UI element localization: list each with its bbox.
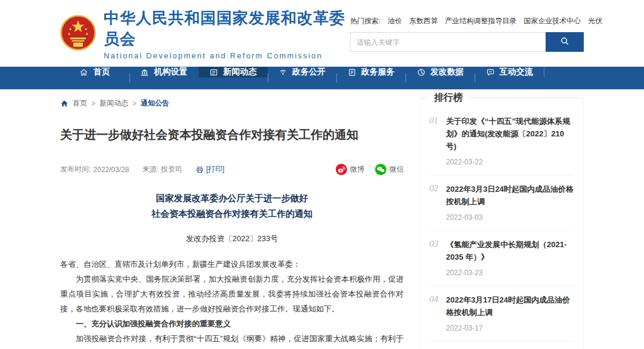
chart-icon: [417, 68, 426, 77]
nav-item-label: 发改数据: [431, 67, 464, 77]
breadcrumb-separator: >: [132, 99, 137, 108]
home-icon: [60, 99, 69, 108]
home-icon: [79, 68, 88, 77]
ranking-title: 排行榜: [434, 92, 463, 104]
weibo-icon: [336, 164, 347, 175]
hot-search-label: 热门搜索:: [350, 16, 380, 26]
ranking-item: 01 关于印发《“十四五”现代能源体系规划》的通知(发改能源〔2022〕210号…: [429, 107, 574, 175]
hot-search-keyword[interactable]: 产业结构调整指导目录: [445, 16, 516, 26]
nav-item[interactable]: 新闻动态: [199, 67, 268, 77]
hot-search-bar: 热门搜索: 油价东数西算产业结构调整指导目录国家企业技术中心光伏: [350, 16, 584, 26]
ranking-number: 02: [429, 183, 438, 222]
print-button[interactable]: [打印]: [196, 164, 225, 174]
nav-item[interactable]: 政务服务: [336, 67, 405, 77]
hot-search-keyword[interactable]: 国家企业技术中心: [524, 16, 581, 26]
wechat-label: 微信: [389, 164, 404, 174]
nav-item[interactable]: 首页: [60, 67, 129, 77]
article-paragraph: 一、充分认识加强投融资合作对接的重要意义: [60, 316, 404, 331]
share-weibo[interactable]: 微博: [336, 164, 364, 175]
hot-search-keyword[interactable]: 东数西算: [409, 16, 438, 26]
site-header: 中华人民共和国国家发展和改革委员会 National Development a…: [60, 0, 584, 67]
site-title-en: National Development and Reform Commissi…: [104, 51, 350, 60]
news-icon: [209, 68, 218, 77]
ranking-item: 05 重磅！国家发展改革委负责同志回应经济社会热点问题 2022-03-07: [429, 341, 574, 349]
printer-icon: [196, 166, 204, 174]
ranking-item-title[interactable]: 《氢能产业发展中长期规划（2021-2035 年）》: [446, 238, 574, 263]
article-meta: 发布时间: 2022/03/28 来源: 投资司 [打印] 微博: [60, 164, 404, 175]
nav-item[interactable]: 机构设置: [129, 67, 199, 77]
ranking-item-date: 2022-03-03: [446, 213, 574, 222]
ranking-item-date: 2022-03-22: [446, 158, 574, 166]
breadcrumb: 首页 > 新闻动态 > 通知公告: [60, 98, 404, 108]
ranking-number: 04: [429, 294, 438, 332]
hot-search-keyword[interactable]: 油价: [388, 16, 402, 26]
ranking-item: 03 《氢能产业发展中长期规划（2021-2035 年）》 2022-03-23: [429, 230, 574, 286]
ranking-item-title[interactable]: 关于印发《“十四五”现代能源体系规划》的通知(发改能源〔2022〕210号): [446, 115, 574, 152]
main-nav: 首页 机构设置 新闻动态 政务公开: [0, 67, 644, 89]
site-brand: 中华人民共和国国家发展和改革委员会 National Development a…: [60, 8, 350, 60]
ranking-item-title[interactable]: 2022年3月3日24时起国内成品油价格按机制上调: [446, 183, 574, 208]
ranking-item-title[interactable]: 2022年3月17日24时起国内成品油价格按机制上调: [446, 294, 574, 319]
nav-item-label: 政务公开: [292, 67, 326, 77]
nav-item-label: 互动交流: [500, 67, 533, 77]
ranking-item: 02 2022年3月3日24时起国内成品油价格按机制上调 2022-03-03: [429, 175, 574, 230]
ranking-item-date: 2022-03-17: [446, 324, 574, 332]
article-paragraph: 加强投融资合作对接，有利于贯彻“十四五”规划《纲要》精神，促进国家重大战略实施；…: [60, 331, 404, 349]
ranking-item: 04 2022年3月17日24时起国内成品油价格按机制上调 2022-03-17: [429, 286, 574, 341]
nav-item[interactable]: 政务公开: [268, 67, 337, 77]
document-icon: [348, 68, 357, 77]
source-label: 来源:: [142, 164, 158, 174]
search-input[interactable]: [350, 32, 546, 52]
ranking-header: 排行榜: [429, 92, 574, 104]
share-wechat[interactable]: 微信: [375, 164, 404, 175]
ranking-number: 03: [429, 238, 438, 277]
page-title: 关于进一步做好社会资本投融资合作对接有关工作的通知: [60, 126, 404, 144]
broadcast-icon: [278, 68, 287, 77]
breadcrumb-separator: >: [91, 99, 95, 108]
nav-item[interactable]: 发改数据: [405, 67, 475, 77]
publish-label: 发布时间:: [60, 164, 91, 174]
nav-item-label: 机构设置: [154, 67, 187, 77]
search-button[interactable]: [546, 32, 584, 52]
document-number: 发改办投资〔2022〕233号: [60, 233, 404, 244]
weibo-label: 微博: [350, 164, 364, 174]
document-title: 国家发展改革委办公厅关于进一步做好 社会资本投融资合作对接有关工作的通知: [60, 191, 404, 222]
breadcrumb-news[interactable]: 新闻动态: [100, 98, 128, 108]
nav-item-label: 政务服务: [361, 67, 395, 77]
nav-item-label: 新闻动态: [223, 67, 256, 77]
print-label: [打印]: [206, 164, 225, 174]
institution-icon: [140, 68, 149, 77]
search-box: [350, 32, 584, 52]
article-paragraph: 各省、自治区、直辖市及计划单列市，新疆生产建设兵团发展改革委：: [60, 257, 404, 272]
ranking-sidebar: 排行榜 01 关于印发《“十四五”现代能源体系规划》的通知(发改能源〔2022〕…: [420, 97, 584, 349]
chat-icon: [486, 68, 495, 77]
wechat-icon: [375, 164, 386, 175]
national-emblem: [60, 15, 96, 53]
breadcrumb-current: 通知公告: [141, 98, 169, 108]
source-value: 投资司: [161, 164, 182, 174]
ranking-item-date: 2022-03-23: [446, 269, 574, 277]
site-title-zh: 中华人民共和国国家发展和改革委员会: [104, 8, 350, 49]
article-paragraph: 为贯彻落实党中央、国务院决策部署，加大投融资创新力度，充分发挥社会资本积极作用，…: [60, 272, 404, 316]
publish-date: 2022/03/28: [93, 166, 129, 174]
breadcrumb-home[interactable]: 首页: [73, 98, 87, 108]
nav-item-label: 首页: [93, 67, 110, 77]
ranking-number: 01: [429, 115, 438, 166]
nav-item[interactable]: 互动交流: [475, 67, 544, 77]
search-icon: [560, 36, 569, 48]
document-body: 各省、自治区、直辖市及计划单列市，新疆生产建设兵团发展改革委： 为贯彻落实党中央…: [60, 257, 404, 349]
hot-search-keyword[interactable]: 光伏: [588, 16, 602, 26]
